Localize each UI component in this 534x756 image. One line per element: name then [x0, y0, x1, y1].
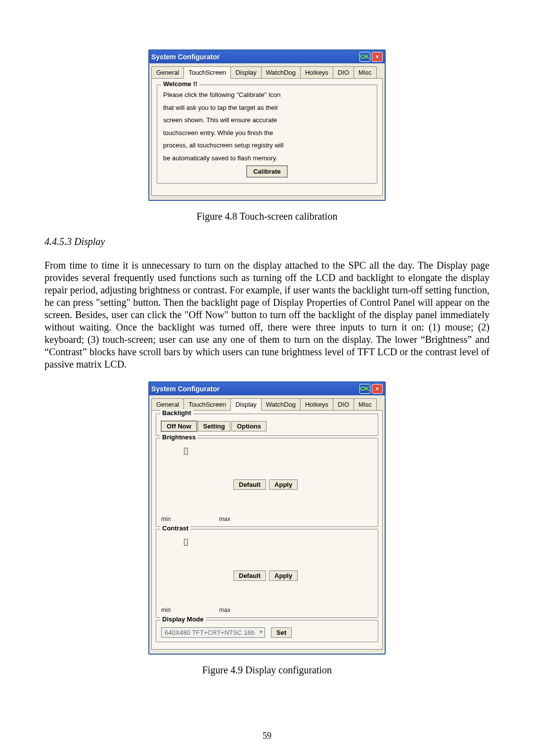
- calibrate-button[interactable]: Calibrate: [247, 166, 287, 177]
- contrast-default-button[interactable]: Default: [233, 570, 266, 581]
- backlight-label: Backlight: [160, 409, 193, 417]
- body-paragraph: From time to time it is unnecessary to t…: [44, 259, 490, 371]
- display-mode-label: Display Mode: [160, 615, 206, 623]
- brightness-default-button[interactable]: Default: [233, 479, 266, 490]
- tabstrip: General TouchScreen Display WatchDog Hot…: [149, 395, 385, 410]
- backlight-setting-button[interactable]: Setting: [198, 421, 230, 431]
- brightness-min-label: min: [161, 516, 171, 522]
- section-heading: 4.4.5.3 Display: [44, 236, 490, 247]
- tab-hotkeys[interactable]: Hotkeys: [300, 66, 333, 78]
- tab-watchdog[interactable]: WatchDog: [261, 66, 301, 78]
- tab-watchdog[interactable]: WatchDog: [261, 398, 301, 410]
- contrast-label: Contrast: [160, 524, 190, 532]
- tabpanel-touchscreen: Welcome !! Please click the following "C…: [151, 78, 383, 196]
- instruction-line: touchscreen entry. While you finish the: [163, 128, 371, 138]
- configurator-window-touchscreen: System Configurator OK × General TouchSc…: [148, 49, 386, 201]
- brightness-max-label: max: [219, 516, 230, 522]
- tab-misc[interactable]: Misc: [354, 66, 377, 78]
- tab-display[interactable]: Display: [230, 398, 262, 411]
- brightness-label: Brightness: [160, 433, 198, 441]
- display-mode-set-button[interactable]: Set: [271, 627, 292, 638]
- instruction-line: process, all touchscreen setup registry …: [163, 141, 371, 150]
- tabpanel-display: Backlight Off Now Setting Options Bright…: [151, 410, 383, 650]
- instruction-line: be automatically saved to flash memory.: [163, 153, 371, 163]
- ok-button[interactable]: OK: [359, 52, 370, 62]
- contrast-min-label: min: [161, 607, 171, 614]
- tab-touchscreen[interactable]: TouchScreen: [183, 398, 231, 410]
- tab-general[interactable]: General: [151, 398, 184, 410]
- tab-dio[interactable]: DIO: [333, 66, 354, 78]
- display-mode-combo[interactable]: 640X480 TFT+CRT+NTSC 16b: [161, 627, 265, 638]
- figure-caption-2: Figure 4.9 Display configuration: [44, 664, 490, 676]
- contrast-max-label: max: [219, 607, 230, 614]
- window-title: System Configurator: [151, 53, 220, 61]
- welcome-group: Welcome !! Please click the following "C…: [157, 85, 377, 184]
- instruction-line: screen shown. This will ensure accurate: [163, 115, 371, 125]
- tab-touchscreen[interactable]: TouchScreen: [183, 66, 231, 79]
- contrast-apply-button[interactable]: Apply: [269, 570, 298, 581]
- backlight-group: Backlight Off Now Setting Options: [156, 414, 378, 436]
- tab-misc[interactable]: Misc: [354, 398, 377, 410]
- display-mode-group: Display Mode 640X480 TFT+CRT+NTSC 16b Se…: [156, 620, 378, 642]
- tab-general[interactable]: General: [151, 66, 184, 78]
- brightness-group: Brightness min max Default Apply: [156, 438, 378, 527]
- titlebar: System Configurator OK ×: [149, 382, 385, 395]
- titlebar: System Configurator OK ×: [149, 50, 385, 63]
- brightness-apply-button[interactable]: Apply: [269, 479, 298, 490]
- tabstrip: General TouchScreen Display WatchDog Hot…: [149, 63, 385, 78]
- contrast-group: Contrast min max Default Apply: [156, 529, 378, 618]
- welcome-label: Welcome !!: [161, 80, 199, 88]
- instruction-line: Please click the following "Calibrate" I…: [163, 90, 371, 100]
- instruction-line: that will ask you to tap the target as t…: [163, 103, 371, 113]
- close-button[interactable]: ×: [372, 52, 383, 62]
- tab-hotkeys[interactable]: Hotkeys: [300, 398, 333, 410]
- page-number: 59: [0, 731, 534, 741]
- backlight-off-now-button[interactable]: Off Now: [161, 421, 197, 431]
- window-title: System Configurator: [151, 385, 220, 393]
- tab-display[interactable]: Display: [230, 66, 262, 78]
- figure-caption-1: Figure 4.8 Touch-screen calibration: [44, 211, 490, 222]
- close-button[interactable]: ×: [372, 384, 383, 394]
- backlight-options-button[interactable]: Options: [231, 421, 267, 431]
- ok-button[interactable]: OK: [359, 384, 370, 394]
- tab-dio[interactable]: DIO: [333, 398, 354, 410]
- configurator-window-display: System Configurator OK × General TouchSc…: [148, 381, 386, 655]
